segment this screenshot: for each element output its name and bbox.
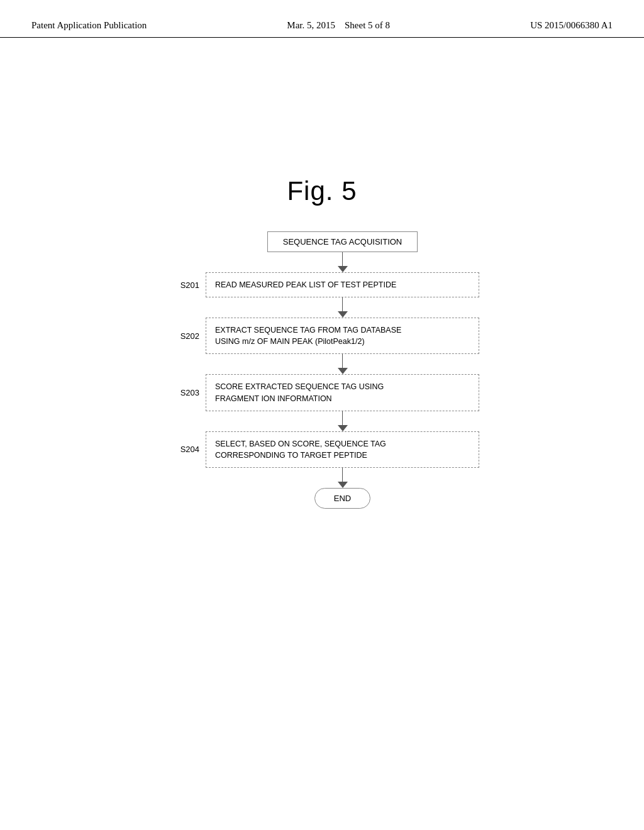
step-s204-box: SELECT, BASED ON SCORE, SEQUENCE TAGCORR… — [206, 431, 479, 468]
step-s204-row: S204 SELECT, BASED ON SCORE, SEQUENCE TA… — [165, 431, 479, 468]
end-box: END — [314, 488, 370, 509]
patent-number: US 2015/0066380 A1 — [530, 20, 613, 30]
arrow-4 — [338, 411, 348, 431]
step-s201-label: S201 — [165, 280, 199, 290]
step-s204-label: S204 — [165, 445, 199, 454]
publication-label: Patent Application Publication — [31, 20, 147, 30]
start-box: SEQUENCE TAG ACQUISITION — [267, 231, 418, 252]
step-s202-box: EXTRACT SEQUENCE TAG FROM TAG DATABASEUS… — [206, 318, 479, 354]
step-s201-text: READ MEASURED PEAK LIST OF TEST PEPTIDE — [215, 280, 396, 289]
arrow-2 — [338, 297, 348, 318]
date-label: Mar. 5, 2015 — [287, 20, 335, 30]
end-label: END — [334, 494, 351, 503]
header-left: Patent Application Publication — [31, 19, 147, 32]
arrow-5 — [338, 468, 348, 488]
arrow-3 — [338, 354, 348, 374]
step-s203-box: SCORE EXTRACTED SEQUENCE TAG USINGFRAGME… — [206, 374, 479, 411]
step-s202-row: S202 EXTRACT SEQUENCE TAG FROM TAG DATAB… — [165, 318, 479, 354]
page-header: Patent Application Publication Mar. 5, 2… — [0, 0, 644, 38]
step-s204-text: SELECT, BASED ON SCORE, SEQUENCE TAGCORR… — [215, 440, 386, 460]
step-s202-text: EXTRACT SEQUENCE TAG FROM TAG DATABASEUS… — [215, 326, 401, 346]
main-content: Fig. 5 SEQUENCE TAG ACQUISITION S201 REA… — [0, 38, 644, 509]
header-right: US 2015/0066380 A1 — [530, 19, 613, 32]
step-s203-row: S203 SCORE EXTRACTED SEQUENCE TAG USINGF… — [165, 374, 479, 411]
sheet-label: Sheet 5 of 8 — [345, 20, 390, 30]
step-s201-box: READ MEASURED PEAK LIST OF TEST PEPTIDE — [206, 272, 479, 297]
step-s201-row: S201 READ MEASURED PEAK LIST OF TEST PEP… — [165, 272, 479, 297]
step-s203-text: SCORE EXTRACTED SEQUENCE TAG USINGFRAGME… — [215, 382, 384, 402]
flowchart: SEQUENCE TAG ACQUISITION S201 READ MEASU… — [165, 231, 479, 509]
header-center: Mar. 5, 2015 Sheet 5 of 8 — [287, 19, 390, 32]
figure-title: Fig. 5 — [287, 176, 357, 206]
start-label: SEQUENCE TAG ACQUISITION — [283, 237, 402, 246]
arrow-1 — [338, 252, 348, 272]
step-s202-label: S202 — [165, 331, 199, 341]
step-s203-label: S203 — [165, 388, 199, 397]
